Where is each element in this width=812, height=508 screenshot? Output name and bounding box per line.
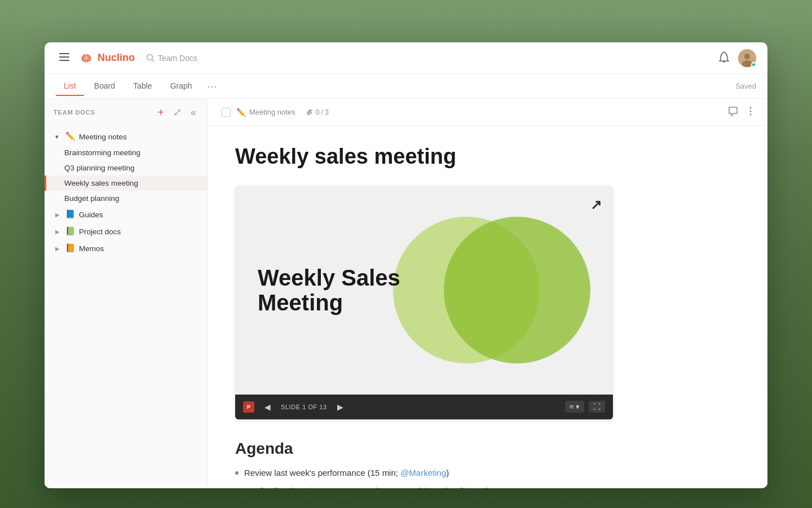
sidebar-item-weekly-sales[interactable]: Weekly sales meeting [45,176,208,191]
brainstorming-label: Brainstorming meeting [64,148,191,157]
document-area: ✏️ Meeting notes 0 / 3 [208,99,767,488]
project-docs-expand-icon: ▶ [55,229,63,235]
search-area[interactable]: Team Docs [146,54,719,63]
sidebar-item-project-docs[interactable]: ▶ 📗 Project docs [45,223,208,240]
tab-board[interactable]: Board [86,77,123,96]
sidebar-actions: + ⤢ « [155,105,198,120]
agenda-heading: Agenda [235,440,740,458]
doc-title: Weekly sales meeting [235,144,740,170]
doc-toolbar: ✏️ Meeting notes 0 / 3 [208,99,767,126]
breadcrumb-icon: ✏️ [236,108,246,117]
weekly-sales-label: Weekly sales meeting [64,179,191,187]
project-docs-label: Project docs [79,227,191,236]
slide-circles [382,211,596,369]
budget-planning-label: Budget planning [64,194,191,203]
svg-rect-2 [59,60,69,61]
slide-text: Weekly Sales Meeting [258,265,400,315]
comment-button[interactable] [726,104,740,121]
svg-point-6 [744,54,750,59]
attachment-icon [307,109,314,116]
app-window: Nuclino Team Docs [45,42,767,488]
mention-fiona[interactable]: @Fiona [457,486,487,488]
slide-controls-right: ≡ ▾ ⛶ [565,401,605,413]
svg-rect-1 [59,56,69,58]
breadcrumb-label[interactable]: Meeting notes [249,108,295,116]
svg-point-8 [750,107,752,108]
search-placeholder: Team Docs [158,54,197,63]
logo[interactable]: Nuclino [78,50,135,66]
hamburger-button[interactable] [56,50,73,67]
memos-icon: 📙 [65,243,76,253]
slide-content: Weekly Sales Meeting [235,265,613,315]
tab-table[interactable]: Table [125,77,160,96]
slide-controls: P ◀ SLIDE 1 OF 13 ▶ ≡ ▾ ⛶ [235,395,613,419]
slide-main: Weekly Sales Meeting ↗ [235,186,613,395]
top-bar: Nuclino Team Docs [45,42,767,74]
user-avatar[interactable] [738,49,756,67]
guides-icon: 📘 [65,209,76,220]
online-indicator [751,62,756,67]
doc-toolbar-right [726,104,754,121]
tab-graph[interactable]: Graph [162,77,200,96]
sidebar-collapse-button[interactable]: « [188,106,198,120]
expand-icon: ▾ [55,133,63,141]
tab-bar: List Board Table Graph ⋯ Saved [45,74,767,99]
sidebar-item-q3-planning[interactable]: Q3 planning meeting [45,160,208,176]
ppt-icon: P [243,401,254,413]
logo-text: Nuclino [98,52,135,64]
slide-next-button[interactable]: ▶ [334,400,347,414]
guides-label: Guides [79,211,191,219]
sidebar-expand-button[interactable]: ⤢ [171,105,184,120]
saved-status: Saved [735,82,756,90]
slide-expand-button[interactable]: ↗ [590,197,602,213]
breadcrumb: ✏️ Meeting notes [236,108,295,117]
tab-list[interactable]: List [56,77,84,96]
q3-planning-label: Q3 planning meeting [64,164,191,172]
slide-prev-button[interactable]: ◀ [261,400,274,414]
project-docs-icon: 📗 [65,226,76,237]
meeting-notes-label: Meeting notes [79,133,191,141]
svg-point-10 [750,113,752,115]
attachment-info: 0 / 3 [307,108,329,116]
sidebar-item-budget-planning[interactable]: Budget planning [45,191,208,206]
search-icon [146,54,155,62]
svg-rect-0 [59,53,69,54]
memos-expand-icon: ▶ [55,246,63,252]
notification-button[interactable] [719,51,729,65]
svg-point-12 [444,217,590,364]
doc-more-button[interactable] [747,104,754,120]
slide-embed: Weekly Sales Meeting ↗ [235,186,613,419]
sidebar-item-guides[interactable]: ▶ 📘 Guides [45,206,208,223]
logo-icon [78,50,94,66]
slide-fullscreen-button[interactable]: ⛶ [589,401,605,413]
sidebar: TEAM DOCS + ⤢ « ▾ ✏️ Meeting notes Brai [45,99,208,488]
top-bar-right [719,49,756,67]
agenda-text-2: Get feedback on the new content plan pro… [244,485,489,488]
sidebar-title: TEAM DOCS [54,109,155,116]
guides-expand-icon: ▶ [55,212,63,218]
meeting-notes-icon: ✏️ [65,132,76,142]
doc-checkbox[interactable] [222,108,231,117]
sidebar-add-button[interactable]: + [155,105,166,120]
sidebar-header: TEAM DOCS + ⤢ « [45,99,208,126]
sidebar-content: ▾ ✏️ Meeting notes Brainstorming meeting… [45,126,208,488]
sidebar-item-memos[interactable]: ▶ 📙 Memos [45,240,208,257]
agenda-text-1: Review last week's performance (15 min; … [244,467,449,480]
doc-content: Weekly sales meeting Weekly Sales Meetin… [208,126,767,488]
main-area: TEAM DOCS + ⤢ « ▾ ✏️ Meeting notes Brai [45,99,767,488]
slide-title-line2: Meeting [258,290,400,315]
slide-counter: SLIDE 1 OF 13 [281,404,327,410]
agenda-list: Review last week's performance (15 min; … [235,467,740,488]
memos-label: Memos [79,244,191,253]
slide-title-line1: Weekly Sales [258,265,400,290]
slide-view-button[interactable]: ≡ ▾ [565,401,584,413]
svg-point-9 [750,110,752,112]
agenda-item-1: Review last week's performance (15 min; … [235,467,740,480]
mention-marketing-1[interactable]: @Marketing [400,468,446,478]
sidebar-item-meeting-notes[interactable]: ▾ ✏️ Meeting notes [45,128,208,145]
agenda-bullet-1 [235,471,239,475]
agenda-item-2: Get feedback on the new content plan pro… [235,485,740,488]
attachment-count: 0 / 3 [316,108,329,116]
tab-more-button[interactable]: ⋯ [202,78,222,95]
sidebar-item-brainstorming[interactable]: Brainstorming meeting [45,145,208,160]
